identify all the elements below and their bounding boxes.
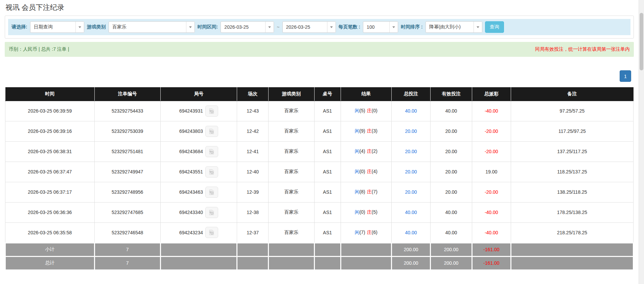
- player-result-label: 闲: [355, 148, 360, 154]
- round-number: 694243463: [179, 189, 203, 195]
- cell-table-no: AS1: [314, 162, 341, 182]
- player-result-label: 闲: [355, 169, 360, 174]
- cell-round: 694243340: [160, 202, 237, 222]
- total-bet-link[interactable]: 20.00: [405, 169, 417, 174]
- video-replay-button[interactable]: [205, 207, 218, 218]
- game-type: 百家乐: [284, 209, 298, 215]
- col-payout: 总派彩: [472, 87, 511, 101]
- video-replay-button[interactable]: [205, 166, 218, 178]
- date-to-select[interactable]: 2026-03-25: [282, 21, 336, 33]
- chevron-down-icon[interactable]: [389, 22, 398, 32]
- video-replay-button[interactable]: [205, 227, 218, 238]
- filter-bar: 请选择: 日期查询 游戏类别 百家乐 时间区间: 2026-03-25 ~ 20…: [8, 19, 630, 35]
- total-bet-link[interactable]: 20.00: [405, 128, 417, 134]
- video-replay-button[interactable]: [205, 187, 218, 198]
- table-number: AS1: [323, 128, 332, 134]
- cell-valid-bet: 40.00: [431, 222, 472, 243]
- query-type-select[interactable]: 日期查询: [30, 21, 84, 33]
- col-total-bet: 总投注: [392, 87, 431, 101]
- round-number: 694243803: [179, 128, 203, 134]
- banker-result-count: (7): [372, 189, 377, 194]
- video-file-icon: [208, 189, 215, 195]
- chevron-down-icon[interactable]: [75, 22, 84, 32]
- valid-bet-amount: 20.00: [445, 189, 457, 195]
- cell-payout: -40.00: [472, 101, 511, 121]
- cell-result: 闲(8)庄(7): [341, 182, 391, 202]
- cell-note: 137.25/117.25: [511, 141, 633, 162]
- bet-records-table: 时间 注单编号 局号 场次 游戏类别 桌号 结果 总投注 有效投注 总派彩 备注…: [5, 87, 634, 270]
- balance-note: 138.25/118.25: [557, 189, 587, 195]
- video-file-icon: [208, 229, 215, 236]
- table-number: AS1: [323, 108, 332, 114]
- total-bet-link[interactable]: 40.00: [405, 210, 417, 215]
- table-number: AS1: [323, 189, 332, 195]
- cell-session: 12-43: [237, 101, 269, 121]
- cell-session: 12-39: [237, 182, 269, 202]
- table-row: 2026-03-25 06:37:47 523292749947 6942435…: [5, 162, 634, 182]
- chevron-down-icon[interactable]: [265, 22, 274, 32]
- game-type-select[interactable]: 百家乐: [109, 21, 195, 33]
- total-bet-link[interactable]: 40.00: [405, 108, 417, 114]
- scrollbar-thumb[interactable]: [640, 13, 643, 70]
- cell-round: 694243463: [160, 182, 237, 202]
- cell-note: 178.25/138.25: [511, 202, 633, 222]
- cell-total-bet: 20.00: [392, 121, 431, 141]
- query-button[interactable]: 查询: [485, 21, 504, 33]
- video-file-icon: [208, 128, 215, 135]
- round-number: 694243551: [179, 169, 203, 174]
- table-row: 2026-03-25 06:36:36 523292747685 6942433…: [5, 202, 634, 222]
- banker-result-count: (6): [372, 230, 377, 235]
- chevron-down-icon[interactable]: [327, 22, 336, 32]
- chevron-down-icon[interactable]: [474, 22, 482, 32]
- query-type-value: 日期查询: [30, 22, 75, 32]
- table-row: 2026-03-25 06:39:16 523292753039 6942438…: [5, 121, 634, 141]
- bet-time: 2026-03-25 06:36:36: [28, 210, 72, 215]
- grand-total-valid-bet: 200.00: [431, 256, 472, 270]
- table-row: 2026-03-25 06:37:17 523292748956 6942434…: [5, 182, 634, 202]
- player-result-count: (9): [360, 128, 365, 134]
- video-replay-button[interactable]: [205, 146, 218, 157]
- table-number: AS1: [323, 149, 332, 154]
- total-bet-link[interactable]: 20.00: [405, 189, 417, 195]
- video-replay-button[interactable]: [205, 126, 218, 137]
- total-bet-link[interactable]: 20.00: [405, 149, 417, 154]
- payout-amount: -20.00: [485, 149, 498, 154]
- bet-id: 523292748956: [112, 189, 143, 195]
- cell-valid-bet: 20.00: [431, 141, 472, 162]
- banker-result-label: 庄: [367, 148, 372, 154]
- table-row: 2026-03-25 06:39:59 523292754433 6942439…: [5, 101, 634, 121]
- valid-bet-notice: 同局有效投注，统一计算在该局第一张注单内: [535, 46, 630, 52]
- game-type: 百家乐: [284, 189, 298, 194]
- cell-result: 闲(9)庄(3): [341, 121, 391, 141]
- balance-note: 218.25/178.25: [557, 230, 588, 235]
- cell-valid-bet: 20.00: [431, 182, 472, 202]
- page-1-button[interactable]: 1: [620, 70, 631, 82]
- table-body: 2026-03-25 06:39:59 523292754433 6942439…: [5, 101, 634, 243]
- player-result-count: (0): [360, 209, 365, 215]
- cell-bet-id: 523292746548: [94, 222, 160, 243]
- banker-result-count: (2): [372, 148, 377, 154]
- date-range-label: 时间区间:: [198, 24, 218, 30]
- grand-total-label: 总计: [5, 256, 95, 270]
- cell-payout: -40.00: [472, 202, 511, 222]
- page-size-select[interactable]: 100: [363, 21, 398, 33]
- cell-time: 2026-03-25 06:35:58: [5, 222, 95, 243]
- valid-bet-amount: 20.00: [445, 128, 457, 134]
- video-replay-button[interactable]: [205, 105, 218, 117]
- date-from-value: 2026-03-25: [221, 22, 265, 32]
- col-note: 备注: [511, 87, 633, 101]
- total-bet-link[interactable]: 40.00: [405, 230, 417, 235]
- cell-session: 12-40: [237, 162, 269, 182]
- cell-result: 闲(5)庄(0): [341, 101, 391, 121]
- vertical-scrollbar[interactable]: [639, 0, 644, 284]
- player-result-count: (0): [360, 169, 365, 174]
- cell-bet-id: 523292747685: [94, 202, 160, 222]
- cell-game: 百家乐: [269, 141, 315, 162]
- game-type: 百家乐: [284, 169, 298, 174]
- round-number: 694243684: [179, 149, 203, 154]
- cell-table-no: AS1: [314, 222, 341, 243]
- chevron-down-icon[interactable]: [186, 22, 194, 32]
- date-from-select[interactable]: 2026-03-25: [221, 21, 274, 33]
- time-sort-select[interactable]: 降幂(由大到小): [426, 21, 482, 33]
- cell-total-bet: 40.00: [392, 222, 431, 243]
